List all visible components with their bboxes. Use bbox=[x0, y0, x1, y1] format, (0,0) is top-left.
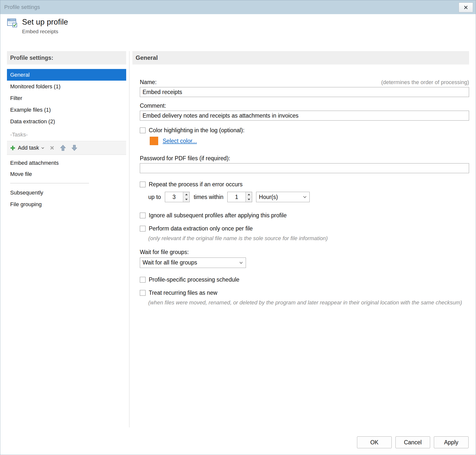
sidebar-item-monitored-folders[interactable]: Monitored folders (1) bbox=[7, 81, 126, 92]
chevron-down-icon bbox=[41, 147, 44, 149]
wait-groups-value: Wait for all file groups bbox=[143, 259, 197, 266]
chevron-down-icon bbox=[239, 262, 243, 264]
retry-window-down-button[interactable] bbox=[246, 197, 252, 202]
sidebar: Profile settings: General Monitored fold… bbox=[7, 51, 126, 210]
retry-window-spin-buttons bbox=[245, 192, 252, 202]
add-task-label: Add task bbox=[18, 145, 39, 151]
ignore-profiles-checkbox[interactable] bbox=[140, 213, 146, 218]
comment-label: Comment: bbox=[140, 102, 469, 109]
sidebar-item-example-files[interactable]: Example files (1) bbox=[7, 104, 126, 116]
color-highlighting-checkbox[interactable] bbox=[140, 128, 146, 133]
cancel-button[interactable]: Cancel bbox=[395, 436, 430, 448]
move-task-up-button[interactable] bbox=[60, 145, 66, 151]
sidebar-item-subsequently[interactable]: Subsequently bbox=[7, 187, 126, 198]
schedule-label: Profile-specific processing schedule bbox=[149, 276, 239, 283]
up-to-label: up to bbox=[148, 194, 161, 200]
spin-down-icon bbox=[185, 199, 188, 200]
dialog-title-block: Set up profile Embed receipts bbox=[22, 18, 68, 34]
sidebar-nav: General Monitored folders (1) Filter Exa… bbox=[7, 69, 126, 127]
sidebar-item-file-grouping[interactable]: File grouping bbox=[7, 198, 126, 210]
times-within-label: times within bbox=[194, 194, 223, 200]
spin-up-icon bbox=[185, 194, 188, 195]
retry-count-down-button[interactable] bbox=[183, 197, 189, 202]
name-label-row: Name: (determines the order of processin… bbox=[140, 79, 469, 86]
close-icon bbox=[464, 5, 468, 10]
arrow-up-icon bbox=[60, 145, 66, 151]
ignore-profiles-label: Ignore all subsequent profiles after app… bbox=[149, 212, 287, 219]
profile-icon bbox=[7, 18, 18, 28]
arrow-down-icon bbox=[71, 145, 77, 151]
retry-count-spin-buttons bbox=[183, 192, 189, 202]
recurring-label: Treat recurring files as new bbox=[149, 290, 217, 296]
retry-count-input[interactable] bbox=[165, 192, 183, 202]
retry-window-spinner bbox=[227, 192, 252, 202]
content-heading: General bbox=[132, 51, 469, 65]
ok-button[interactable]: OK bbox=[357, 436, 392, 448]
repeat-unit-value: Hour(s) bbox=[259, 194, 278, 200]
recurring-checkbox[interactable] bbox=[140, 290, 146, 296]
recurring-row: Treat recurring files as new bbox=[140, 290, 469, 296]
color-select-row: Select color... bbox=[150, 137, 469, 145]
password-label: Password for PDF files (if required): bbox=[140, 155, 469, 162]
pane-separator bbox=[129, 51, 129, 427]
retry-window-input[interactable] bbox=[228, 192, 245, 202]
extraction-once-label: Perform data extraction only once per fi… bbox=[149, 225, 253, 232]
task-toolbar: Add task bbox=[7, 141, 126, 155]
extraction-once-row: Perform data extraction only once per fi… bbox=[140, 225, 469, 232]
extraction-once-note: (only relevant if the original file name… bbox=[148, 234, 469, 242]
dialog-header: Set up profile Embed receipts bbox=[7, 18, 68, 34]
retry-settings-row: up to times within bbox=[148, 192, 469, 202]
color-highlighting-label: Color highlighting in the log (optional)… bbox=[149, 127, 244, 134]
window-title: Profile settings bbox=[4, 4, 40, 10]
delete-task-button[interactable] bbox=[50, 145, 55, 150]
close-button[interactable] bbox=[459, 2, 473, 12]
chevron-down-icon bbox=[303, 196, 306, 198]
dialog-footer: OK Cancel Apply bbox=[357, 436, 469, 448]
wait-groups-label: Wait for file groups: bbox=[140, 249, 469, 256]
retry-count-spinner bbox=[165, 192, 190, 202]
name-input[interactable] bbox=[140, 87, 469, 97]
sidebar-item-general[interactable]: General bbox=[7, 69, 126, 81]
content-pane: General Name: (determines the order of p… bbox=[132, 51, 469, 307]
task-list: Embed attachments Move file bbox=[7, 157, 126, 180]
general-form: Name: (determines the order of processin… bbox=[132, 79, 469, 307]
comment-input[interactable] bbox=[140, 111, 469, 121]
repeat-unit-select[interactable]: Hour(s) bbox=[256, 192, 310, 202]
repeat-label: Repeat the process if an error occurs bbox=[149, 181, 242, 188]
sidebar-bottom-nav: Subsequently File grouping bbox=[7, 187, 126, 210]
task-item-embed-attachments[interactable]: Embed attachments bbox=[7, 157, 126, 168]
ignore-profiles-row: Ignore all subsequent profiles after app… bbox=[140, 212, 469, 219]
titlebar: Profile settings bbox=[0, 0, 476, 14]
apply-button[interactable]: Apply bbox=[434, 436, 469, 448]
extraction-once-checkbox[interactable] bbox=[140, 226, 146, 231]
retry-window-up-button[interactable] bbox=[246, 192, 252, 197]
dialog-title: Set up profile bbox=[22, 18, 68, 27]
spin-down-icon bbox=[248, 199, 250, 200]
wait-groups-select[interactable]: Wait for all file groups bbox=[140, 258, 246, 268]
task-item-move-file[interactable]: Move file bbox=[7, 168, 126, 180]
recurring-note: (when files were moved, renamed, or dele… bbox=[148, 299, 469, 307]
profile-settings-window: Profile settings Set up profile Embed re… bbox=[0, 0, 476, 455]
retry-count-up-button[interactable] bbox=[183, 192, 189, 197]
schedule-checkbox[interactable] bbox=[140, 277, 146, 283]
plus-icon bbox=[10, 145, 16, 151]
color-highlighting-row: Color highlighting in the log (optional)… bbox=[140, 127, 469, 134]
delete-x-icon bbox=[50, 145, 55, 150]
add-task-button[interactable]: Add task bbox=[10, 145, 44, 151]
color-swatch bbox=[150, 137, 158, 145]
select-color-link[interactable]: Select color... bbox=[163, 138, 197, 144]
name-hint: (determines the order of processing) bbox=[381, 79, 469, 86]
tasks-section-label: -Tasks- bbox=[7, 129, 126, 140]
dialog-subtitle: Embed receipts bbox=[22, 29, 68, 34]
password-input[interactable] bbox=[140, 163, 469, 173]
sidebar-heading: Profile settings: bbox=[7, 51, 126, 65]
repeat-checkbox[interactable] bbox=[140, 182, 146, 187]
repeat-row: Repeat the process if an error occurs bbox=[140, 181, 469, 188]
spin-up-icon bbox=[248, 194, 250, 195]
move-task-down-button[interactable] bbox=[71, 145, 77, 151]
sidebar-item-data-extraction[interactable]: Data extraction (2) bbox=[7, 116, 126, 127]
schedule-row: Profile-specific processing schedule bbox=[140, 276, 469, 283]
sidebar-item-filter[interactable]: Filter bbox=[7, 92, 126, 104]
name-label: Name: bbox=[140, 79, 157, 86]
sidebar-divider bbox=[10, 183, 89, 183]
